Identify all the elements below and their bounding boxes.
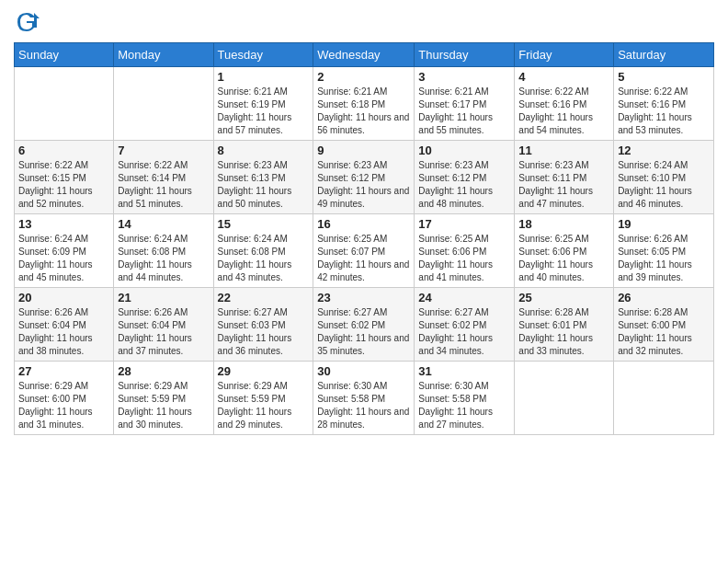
calendar-cell: 31Sunrise: 6:30 AMSunset: 5:58 PMDayligh… — [415, 362, 515, 435]
day-number: 21 — [118, 291, 209, 304]
day-number: 9 — [317, 144, 410, 157]
calendar-cell: 2Sunrise: 6:21 AMSunset: 6:18 PMDaylight… — [313, 67, 415, 141]
day-info: Sunrise: 6:30 AMSunset: 5:58 PMDaylight:… — [418, 380, 510, 431]
day-info: Sunrise: 6:23 AMSunset: 6:11 PMDaylight:… — [518, 159, 609, 211]
calendar-cell: 26Sunrise: 6:28 AMSunset: 6:00 PMDayligh… — [614, 288, 714, 362]
day-number: 17 — [418, 217, 510, 231]
day-info: Sunrise: 6:21 AMSunset: 6:19 PMDaylight:… — [218, 86, 310, 137]
day-number: 5 — [618, 70, 710, 84]
calendar-week-1: 1Sunrise: 6:21 AMSunset: 6:19 PMDaylight… — [15, 67, 714, 141]
weekday-header-tuesday: Tuesday — [213, 43, 313, 67]
day-info: Sunrise: 6:27 AMSunset: 6:02 PMDaylight:… — [418, 306, 510, 358]
day-info: Sunrise: 6:22 AMSunset: 6:14 PMDaylight:… — [118, 159, 209, 211]
day-number: 13 — [18, 217, 109, 231]
day-number: 18 — [518, 217, 609, 231]
day-number: 2 — [317, 70, 410, 84]
calendar-week-4: 20Sunrise: 6:26 AMSunset: 6:04 PMDayligh… — [15, 288, 714, 362]
day-info: Sunrise: 6:28 AMSunset: 6:00 PMDaylight:… — [618, 306, 710, 358]
day-info: Sunrise: 6:24 AMSunset: 6:08 PMDaylight:… — [118, 233, 209, 284]
day-info: Sunrise: 6:27 AMSunset: 6:02 PMDaylight:… — [317, 306, 410, 358]
day-info: Sunrise: 6:26 AMSunset: 6:05 PMDaylight:… — [618, 233, 710, 284]
calendar-cell: 5Sunrise: 6:22 AMSunset: 6:16 PMDaylight… — [614, 67, 714, 141]
day-info: Sunrise: 6:28 AMSunset: 6:01 PMDaylight:… — [518, 306, 609, 358]
day-number: 14 — [118, 217, 209, 231]
day-info: Sunrise: 6:27 AMSunset: 6:03 PMDaylight:… — [218, 306, 310, 358]
day-info: Sunrise: 6:25 AMSunset: 6:06 PMDaylight:… — [418, 233, 510, 284]
day-number: 3 — [418, 70, 510, 84]
calendar-cell: 6Sunrise: 6:22 AMSunset: 6:15 PMDaylight… — [15, 141, 114, 214]
calendar-cell: 14Sunrise: 6:24 AMSunset: 6:08 PMDayligh… — [114, 214, 213, 288]
day-info: Sunrise: 6:21 AMSunset: 6:18 PMDaylight:… — [317, 86, 410, 137]
weekday-header-friday: Friday — [515, 43, 614, 67]
calendar-cell: 28Sunrise: 6:29 AMSunset: 5:59 PMDayligh… — [114, 362, 213, 435]
calendar-cell: 9Sunrise: 6:23 AMSunset: 6:12 PMDaylight… — [313, 141, 415, 214]
calendar-cell: 22Sunrise: 6:27 AMSunset: 6:03 PMDayligh… — [213, 288, 313, 362]
day-info: Sunrise: 6:23 AMSunset: 6:12 PMDaylight:… — [317, 159, 410, 211]
day-info: Sunrise: 6:23 AMSunset: 6:12 PMDaylight:… — [418, 159, 510, 211]
calendar-cell: 16Sunrise: 6:25 AMSunset: 6:07 PMDayligh… — [313, 214, 415, 288]
day-info: Sunrise: 6:23 AMSunset: 6:13 PMDaylight:… — [218, 159, 310, 211]
day-number: 10 — [418, 144, 510, 157]
day-info: Sunrise: 6:25 AMSunset: 6:07 PMDaylight:… — [317, 233, 410, 284]
weekday-header-monday: Monday — [114, 43, 213, 67]
day-info: Sunrise: 6:26 AMSunset: 6:04 PMDaylight:… — [118, 306, 209, 358]
calendar-cell: 8Sunrise: 6:23 AMSunset: 6:13 PMDaylight… — [213, 141, 313, 214]
day-number: 31 — [418, 364, 510, 378]
calendar-cell: 30Sunrise: 6:30 AMSunset: 5:58 PMDayligh… — [313, 362, 415, 435]
day-number: 8 — [218, 144, 310, 157]
calendar-cell: 20Sunrise: 6:26 AMSunset: 6:04 PMDayligh… — [15, 288, 114, 362]
calendar-cell — [114, 67, 213, 141]
calendar-cell: 18Sunrise: 6:25 AMSunset: 6:06 PMDayligh… — [515, 214, 614, 288]
weekday-header-thursday: Thursday — [415, 43, 515, 67]
day-info: Sunrise: 6:21 AMSunset: 6:17 PMDaylight:… — [418, 86, 510, 137]
weekday-header-saturday: Saturday — [614, 43, 714, 67]
calendar-table: SundayMondayTuesdayWednesdayThursdayFrid… — [14, 42, 714, 435]
calendar-cell: 15Sunrise: 6:24 AMSunset: 6:08 PMDayligh… — [213, 214, 313, 288]
day-number: 19 — [618, 217, 710, 231]
calendar-page: SundayMondayTuesdayWednesdayThursdayFrid… — [0, 0, 728, 563]
day-info: Sunrise: 6:22 AMSunset: 6:16 PMDaylight:… — [618, 86, 710, 137]
weekday-header-row: SundayMondayTuesdayWednesdayThursdayFrid… — [15, 43, 714, 67]
day-number: 4 — [518, 70, 609, 84]
calendar-cell: 21Sunrise: 6:26 AMSunset: 6:04 PMDayligh… — [114, 288, 213, 362]
day-number: 15 — [218, 217, 310, 231]
day-number: 26 — [618, 291, 710, 304]
calendar-cell: 29Sunrise: 6:29 AMSunset: 5:59 PMDayligh… — [213, 362, 313, 435]
logo-icon — [14, 9, 40, 35]
day-info: Sunrise: 6:25 AMSunset: 6:06 PMDaylight:… — [518, 233, 609, 284]
calendar-cell: 25Sunrise: 6:28 AMSunset: 6:01 PMDayligh… — [515, 288, 614, 362]
calendar-cell: 13Sunrise: 6:24 AMSunset: 6:09 PMDayligh… — [15, 214, 114, 288]
calendar-cell — [15, 67, 114, 141]
calendar-week-5: 27Sunrise: 6:29 AMSunset: 6:00 PMDayligh… — [15, 362, 714, 435]
day-number: 20 — [18, 291, 109, 304]
day-number: 12 — [618, 144, 710, 157]
calendar-cell — [614, 362, 714, 435]
logo — [14, 9, 43, 35]
day-info: Sunrise: 6:29 AMSunset: 5:59 PMDaylight:… — [218, 380, 310, 431]
weekday-header-sunday: Sunday — [15, 43, 114, 67]
calendar-cell: 27Sunrise: 6:29 AMSunset: 6:00 PMDayligh… — [15, 362, 114, 435]
calendar-cell: 1Sunrise: 6:21 AMSunset: 6:19 PMDaylight… — [213, 67, 313, 141]
calendar-cell: 11Sunrise: 6:23 AMSunset: 6:11 PMDayligh… — [515, 141, 614, 214]
day-number: 16 — [317, 217, 410, 231]
calendar-cell: 19Sunrise: 6:26 AMSunset: 6:05 PMDayligh… — [614, 214, 714, 288]
day-info: Sunrise: 6:24 AMSunset: 6:09 PMDaylight:… — [18, 233, 109, 284]
calendar-cell: 10Sunrise: 6:23 AMSunset: 6:12 PMDayligh… — [415, 141, 515, 214]
day-number: 23 — [317, 291, 410, 304]
day-info: Sunrise: 6:22 AMSunset: 6:16 PMDaylight:… — [518, 86, 609, 137]
day-info: Sunrise: 6:26 AMSunset: 6:04 PMDaylight:… — [18, 306, 109, 358]
day-info: Sunrise: 6:30 AMSunset: 5:58 PMDaylight:… — [317, 380, 410, 431]
page-header — [14, 9, 714, 35]
day-number: 1 — [218, 70, 310, 84]
calendar-cell: 7Sunrise: 6:22 AMSunset: 6:14 PMDaylight… — [114, 141, 213, 214]
day-number: 30 — [317, 364, 410, 378]
calendar-cell: 23Sunrise: 6:27 AMSunset: 6:02 PMDayligh… — [313, 288, 415, 362]
weekday-header-wednesday: Wednesday — [313, 43, 415, 67]
calendar-cell — [515, 362, 614, 435]
day-number: 22 — [218, 291, 310, 304]
calendar-cell: 12Sunrise: 6:24 AMSunset: 6:10 PMDayligh… — [614, 141, 714, 214]
calendar-cell: 24Sunrise: 6:27 AMSunset: 6:02 PMDayligh… — [415, 288, 515, 362]
day-number: 27 — [18, 364, 109, 378]
calendar-week-3: 13Sunrise: 6:24 AMSunset: 6:09 PMDayligh… — [15, 214, 714, 288]
day-info: Sunrise: 6:29 AMSunset: 5:59 PMDaylight:… — [118, 380, 209, 431]
